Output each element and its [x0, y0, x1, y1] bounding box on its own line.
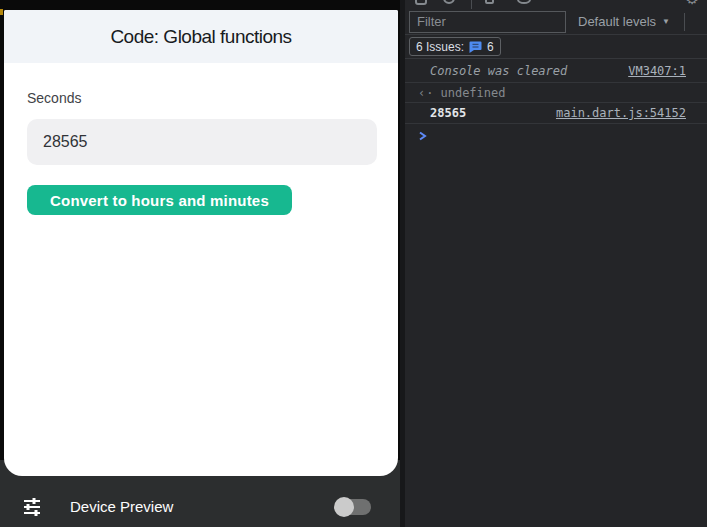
issues-count: 6: [487, 40, 494, 54]
toggle-knob-icon: [334, 497, 354, 517]
prompt-icon: [418, 131, 427, 141]
console-row-result: ‹· undefined: [405, 83, 707, 103]
seconds-input[interactable]: [27, 119, 377, 165]
source-link[interactable]: VM3407:1: [628, 64, 686, 78]
app-body: Seconds Convert to hours and minutes: [4, 63, 398, 215]
issues-row: 6 Issues: 6: [405, 35, 707, 59]
convert-button[interactable]: Convert to hours and minutes: [27, 185, 292, 215]
console-row-log: 28565 main.dart.js:54152: [405, 103, 707, 124]
console-cleared-text: Console was cleared: [430, 64, 567, 78]
eye-icon[interactable]: [517, 0, 531, 4]
console-prompt-row[interactable]: [405, 124, 707, 147]
app-window: Code: Global functions Seconds Convert t…: [4, 10, 398, 476]
result-value: undefined: [440, 86, 505, 100]
issues-counter[interactable]: 6 Issues: 6: [409, 37, 501, 56]
devtools-panel: ⚙ Default levels ▼ 6 Issues: 6 Console w…: [400, 0, 707, 527]
console-sidebar-icon[interactable]: [415, 0, 427, 5]
filter-bar-icon[interactable]: [485, 0, 494, 4]
device-preview-pane: Code: Global functions Seconds Convert t…: [0, 0, 400, 527]
toolbar-divider: [471, 0, 472, 9]
toolbar-divider: [684, 13, 685, 31]
device-preview-label: Device Preview: [70, 498, 173, 515]
device-preview-toggle[interactable]: [337, 499, 371, 515]
console-filter-row: Default levels ▼: [405, 9, 707, 35]
tune-icon[interactable]: [20, 495, 44, 519]
default-levels-label: Default levels: [578, 14, 656, 29]
default-levels-dropdown[interactable]: Default levels ▼: [578, 14, 670, 29]
device-preview-toolbar: Device Preview: [0, 486, 400, 527]
chevron-down-icon: ▼: [662, 17, 670, 26]
app-header: Code: Global functions: [4, 10, 398, 63]
return-value-icon: ‹·: [418, 86, 434, 100]
console-row-cleared: Console was cleared VM3407:1: [405, 59, 707, 83]
settings-gear-icon[interactable]: ⚙: [686, 0, 699, 6]
log-value: 28565: [430, 106, 466, 120]
issues-label: 6 Issues:: [416, 40, 464, 54]
clear-console-icon[interactable]: [443, 0, 455, 4]
issues-bubble-icon: [469, 41, 482, 53]
source-link[interactable]: main.dart.js:54152: [556, 106, 686, 120]
debug-banner-notch: [0, 9, 3, 15]
console-filter-input[interactable]: [409, 11, 566, 33]
seconds-label: Seconds: [27, 90, 377, 106]
page-title: Code: Global functions: [110, 26, 291, 48]
devtools-toolbar-cropped: ⚙: [405, 0, 707, 9]
